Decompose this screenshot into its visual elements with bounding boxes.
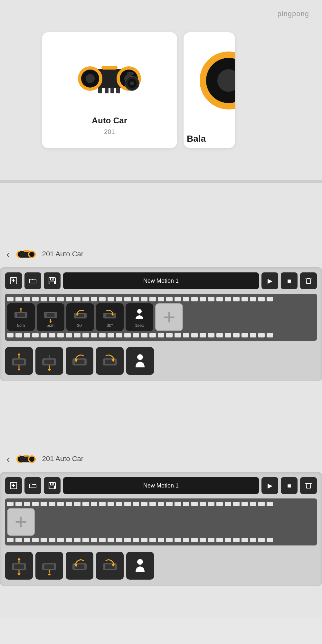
- perf: [200, 297, 206, 301]
- perfs-top-2: [7, 502, 315, 506]
- svg-rect-58: [44, 359, 54, 365]
- perf: [233, 538, 240, 542]
- perf: [99, 538, 106, 542]
- perf: [57, 538, 64, 542]
- svg-marker-88: [17, 558, 21, 560]
- back-button-2[interactable]: ‹: [6, 453, 10, 465]
- perf: [208, 538, 214, 542]
- film-strip-2: [5, 498, 317, 545]
- perf: [191, 538, 198, 542]
- perf: [158, 502, 164, 506]
- perf: [124, 538, 131, 542]
- ctrl-rotate-left-1[interactable]: [66, 347, 93, 375]
- add-frame-button-2[interactable]: [7, 508, 35, 536]
- add-frame-button-1[interactable]: [155, 303, 183, 331]
- perf: [233, 502, 240, 506]
- perf: [208, 333, 214, 337]
- perf: [191, 333, 198, 337]
- perf: [108, 333, 114, 337]
- perf: [32, 502, 39, 506]
- perf: [49, 502, 55, 506]
- perf: [133, 297, 139, 301]
- perf: [7, 297, 14, 301]
- perf: [41, 502, 47, 506]
- perf: [66, 333, 72, 337]
- ctrl-backward-2[interactable]: [35, 552, 63, 580]
- perf: [250, 297, 256, 301]
- autocar-id: 201: [104, 128, 115, 136]
- stop-button-2[interactable]: ■: [281, 477, 298, 494]
- robot-card-balance[interactable]: Bala: [184, 32, 235, 148]
- ctrl-rotate-right-2[interactable]: [96, 552, 124, 580]
- perf: [267, 297, 273, 301]
- ctrl-rotate-left-2[interactable]: [66, 552, 93, 580]
- perf: [166, 538, 173, 542]
- ctrl-forward-1[interactable]: [5, 347, 33, 375]
- frame-forward-1[interactable]: 5cm: [7, 303, 35, 331]
- perf: [158, 333, 164, 337]
- perf: [82, 333, 89, 337]
- perf: [91, 502, 97, 506]
- perf: [57, 297, 64, 301]
- new-button-2[interactable]: [5, 477, 22, 494]
- ctrl-rotate-right-1[interactable]: [96, 347, 124, 375]
- back-button-1[interactable]: ‹: [6, 248, 10, 260]
- perf: [141, 297, 147, 301]
- toolbar-1: ▶ ■: [5, 272, 317, 289]
- open-button-2[interactable]: [24, 477, 41, 494]
- perf: [166, 297, 173, 301]
- svg-rect-11: [127, 72, 134, 75]
- perf: [57, 502, 64, 506]
- play-button-1[interactable]: ▶: [261, 272, 278, 289]
- svg-rect-10: [101, 66, 118, 70]
- motion-name-input-2[interactable]: [63, 477, 259, 494]
- ctrl-backward-1[interactable]: [35, 347, 63, 375]
- perf: [225, 502, 231, 506]
- perf: [32, 297, 39, 301]
- perf: [191, 297, 198, 301]
- play-button-2[interactable]: ▶: [261, 477, 278, 494]
- perf: [49, 297, 55, 301]
- stop-button-1[interactable]: ■: [281, 272, 298, 289]
- perf: [133, 333, 139, 337]
- brand-logo: pingpong: [277, 10, 309, 18]
- perf: [258, 333, 265, 337]
- frame-wait-1[interactable]: 1sec: [126, 303, 153, 331]
- perf: [91, 333, 97, 337]
- perf: [32, 538, 39, 542]
- save-button-2[interactable]: [44, 477, 61, 494]
- perf: [41, 538, 47, 542]
- perf: [15, 333, 22, 337]
- frame-label: 30°: [77, 323, 83, 328]
- ctrl-person-2[interactable]: [126, 552, 154, 580]
- perf: [149, 502, 156, 506]
- perf: [233, 297, 240, 301]
- perf: [108, 538, 114, 542]
- frame-turnright-1[interactable]: 30°: [96, 303, 124, 331]
- new-button-1[interactable]: [5, 272, 22, 289]
- svg-rect-13: [105, 88, 109, 93]
- ctrl-forward-2[interactable]: [5, 552, 33, 580]
- perf: [175, 502, 181, 506]
- motion-name-input-1[interactable]: [63, 272, 259, 289]
- perf: [183, 333, 189, 337]
- perf: [183, 538, 189, 542]
- perf: [24, 538, 30, 542]
- nav-header-2: ‹ 201 Auto Car: [0, 452, 322, 472]
- motion-controls-2: [5, 549, 317, 581]
- frame-backward-1[interactable]: 5cm: [37, 303, 64, 331]
- svg-point-48: [137, 309, 142, 314]
- perf: [124, 502, 131, 506]
- delete-button-2[interactable]: [300, 477, 317, 494]
- delete-button-1[interactable]: [300, 272, 317, 289]
- ctrl-person-1[interactable]: [126, 347, 154, 375]
- section-divider: [0, 180, 322, 183]
- svg-rect-14: [110, 88, 114, 93]
- save-button-1[interactable]: [44, 272, 61, 289]
- perf: [82, 297, 89, 301]
- open-button-1[interactable]: [24, 272, 41, 289]
- robot-card-autocar[interactable]: Auto Car 201: [42, 32, 177, 148]
- perf: [149, 333, 156, 337]
- frame-turnleft-1[interactable]: 30°: [66, 303, 94, 331]
- perf: [15, 502, 22, 506]
